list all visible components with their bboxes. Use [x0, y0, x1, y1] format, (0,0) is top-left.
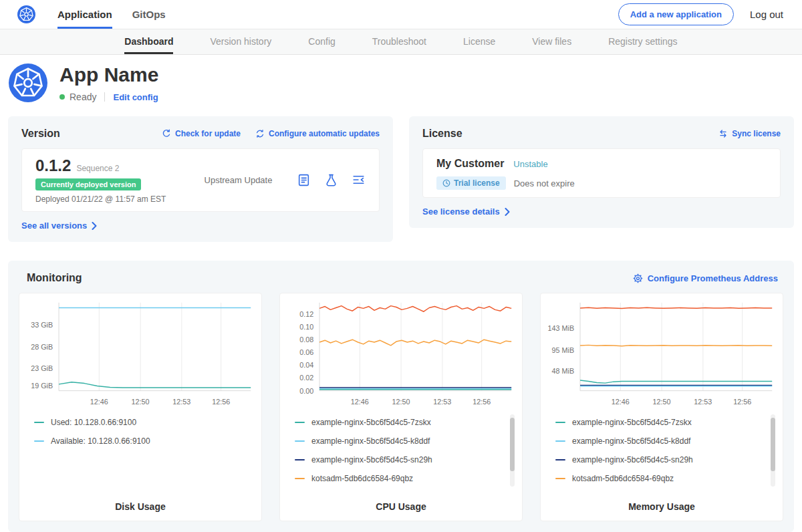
tab-registry-settings[interactable]: Registry settings [608, 29, 677, 54]
legend-item: example-nginx-5bc6f5d4c5-k8ddf [295, 432, 502, 450]
release-notes-icon[interactable] [297, 173, 311, 187]
configure-auto-updates-link[interactable]: Configure automatic updates [255, 129, 380, 138]
svg-text:12:56: 12:56 [212, 398, 230, 406]
gear-icon [633, 273, 643, 283]
sync-license-label: Sync license [732, 129, 781, 138]
cards-row: Version Check for update Configure autom… [0, 116, 802, 242]
cpu-usage-legend: example-nginx-5bc6f5d4c5-7zskxexample-ng… [280, 412, 522, 488]
svg-text:23 GiB: 23 GiB [31, 364, 53, 372]
legend-label: Used: 10.128.0.66:9100 [51, 418, 136, 427]
nav-tab-application[interactable]: Application [57, 0, 112, 29]
monitoring-section: Monitoring Configure Prometheus Address … [8, 261, 794, 532]
see-all-versions-link[interactable]: See all versions [21, 221, 97, 231]
svg-text:12:56: 12:56 [733, 398, 751, 406]
legend-label: example-nginx-5bc6f5d4c5-sn29h [311, 455, 432, 464]
svg-text:0.10: 0.10 [299, 323, 313, 331]
legend-label: example-nginx-5bc6f5d4c5-sn29h [572, 455, 693, 464]
kubernetes-logo-icon[interactable] [17, 5, 35, 23]
tab-troubleshoot[interactable]: Troubleshoot [372, 29, 426, 54]
tab-license[interactable]: License [463, 29, 495, 54]
app-status-text: Ready [70, 92, 96, 102]
view-config-icon[interactable] [352, 173, 366, 187]
version-card-title: Version [21, 128, 60, 140]
license-expiry: Does not expire [514, 178, 575, 188]
sync-icon [718, 129, 728, 138]
auto-update-icon [255, 129, 265, 138]
current-version-box: 0.1.2 Sequence 2 Currently deployed vers… [21, 148, 380, 212]
tab-config[interactable]: Config [308, 29, 335, 54]
edit-config-link[interactable]: Edit config [113, 92, 158, 102]
cpu-usage-chart-card: 12:4612:5012:5312:560.120.100.080.060.04… [279, 293, 523, 521]
see-license-details-link[interactable]: See license details [422, 207, 510, 217]
legend-scrollbar [771, 414, 775, 487]
svg-text:12:53: 12:53 [694, 398, 712, 406]
legend-color-dash [555, 478, 565, 479]
app-title: App Name [59, 63, 158, 86]
chevron-right-icon [92, 222, 97, 230]
version-number: 0.1.2 [35, 156, 71, 175]
legend-label: kotsadm-5db6dc6584-69qbz [572, 474, 674, 483]
tab-dashboard[interactable]: Dashboard [124, 29, 173, 54]
legend-color-dash [295, 478, 305, 479]
license-channel: Unstable [513, 159, 547, 169]
svg-text:28 GiB: 28 GiB [31, 343, 53, 351]
legend-label: example-nginx-5bc6f5d4c5-7zskx [311, 418, 431, 427]
legend-color-dash [34, 440, 44, 442]
tab-version-history[interactable]: Version history [210, 29, 271, 54]
check-for-update-link[interactable]: Check for update [162, 129, 241, 138]
nav-tab-gitops[interactable]: GitOps [132, 0, 166, 29]
legend-scrollbar [510, 414, 515, 487]
status-dot-icon [59, 94, 65, 100]
disk-usage-chart-card: 12:4612:5012:5312:5633 GiB28 GiB23 GiB19… [19, 293, 262, 521]
clock-icon [442, 179, 450, 187]
memory-usage-chart-title: Memory Usage [541, 501, 783, 512]
legend-color-dash [295, 422, 305, 423]
svg-text:95 MiB: 95 MiB [552, 346, 575, 354]
legend-item: example-nginx-5bc6f5d4c5-7zskx [555, 413, 763, 432]
svg-text:12:46: 12:46 [612, 398, 630, 406]
legend-item: example-nginx-5bc6f5d4c5-7zskx [295, 413, 502, 432]
configure-prometheus-link[interactable]: Configure Prometheus Address [633, 273, 778, 283]
svg-text:33 GiB: 33 GiB [31, 321, 53, 329]
svg-text:12:46: 12:46 [351, 398, 369, 406]
legend-scrollbar-thumb[interactable] [510, 418, 515, 471]
legend-scrollbar-thumb[interactable] [771, 418, 775, 471]
svg-text:0.06: 0.06 [299, 348, 313, 356]
svg-text:12:53: 12:53 [433, 398, 451, 406]
app-logo-icon [9, 63, 47, 102]
svg-text:12:53: 12:53 [172, 398, 190, 406]
svg-text:12:50: 12:50 [392, 398, 410, 406]
check-for-update-label: Check for update [175, 129, 241, 138]
divider [104, 92, 105, 102]
legend-item: Used: 10.128.0.66:9100 [34, 413, 241, 432]
svg-text:12:56: 12:56 [473, 398, 491, 406]
legend-color-dash [295, 440, 305, 442]
svg-text:19 GiB: 19 GiB [31, 382, 53, 390]
svg-text:0.04: 0.04 [299, 361, 313, 369]
sync-license-link[interactable]: Sync license [718, 129, 781, 138]
logout-link[interactable]: Log out [750, 9, 783, 20]
legend-label: kotsadm-5db6dc6584-69qbz [311, 474, 413, 483]
cpu-usage-chart-title: CPU Usage [280, 501, 522, 512]
disk-usage-legend: Used: 10.128.0.66:9100Available: 10.128.… [19, 412, 261, 450]
legend-item: example-nginx-5bc6f5d4c5-sn29h [295, 450, 502, 469]
monitoring-title: Monitoring [27, 272, 82, 284]
refresh-icon [162, 129, 171, 138]
see-all-versions-label: See all versions [21, 221, 87, 231]
version-card: Version Check for update Configure autom… [8, 116, 393, 242]
tab-view-files[interactable]: View files [532, 29, 571, 54]
add-application-button[interactable]: Add a new application [618, 3, 734, 25]
chevron-right-icon [505, 208, 510, 216]
app-subnav: Dashboard Version history Config Trouble… [0, 29, 802, 55]
legend-label: Available: 10.128.0.66:9100 [51, 436, 150, 446]
legend-item: Available: 10.128.0.66:9100 [34, 432, 241, 450]
legend-item: example-nginx-5bc6f5d4c5-sn29h [555, 450, 763, 469]
svg-text:0.12: 0.12 [299, 310, 313, 318]
topnav-tabs: Application GitOps [57, 0, 166, 29]
see-license-details-label: See license details [422, 207, 500, 217]
legend-item: kotsadm-5db6dc6584-69qbz [295, 469, 502, 488]
cpu-usage-chart: 12:4612:5012:5312:560.120.100.080.060.04… [280, 293, 522, 409]
version-sequence: Sequence 2 [76, 164, 119, 173]
legend-color-dash [555, 440, 565, 442]
preflight-checks-icon[interactable] [324, 173, 338, 187]
